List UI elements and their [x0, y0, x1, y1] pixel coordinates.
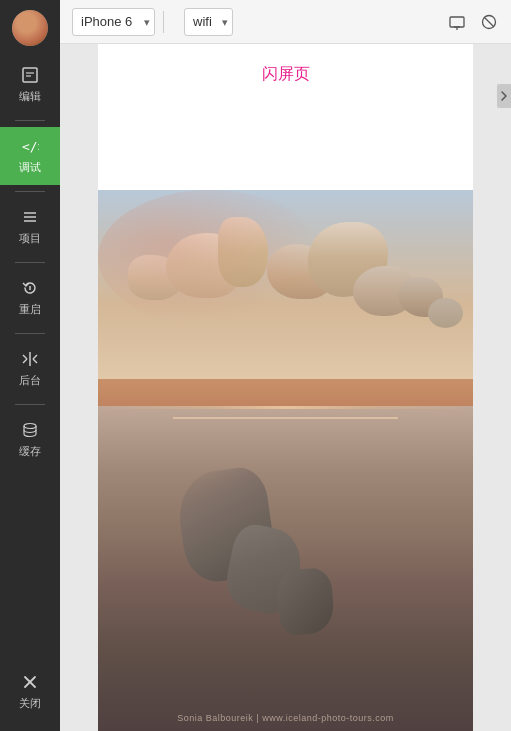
network-select[interactable]: wifi 4G 3G	[184, 8, 233, 36]
photo-scene: Sonia Balboureik | www.iceland-photo-tou…	[98, 190, 473, 731]
reflection-shimmer	[173, 417, 398, 419]
sidebar-item-backend[interactable]: 后台	[0, 340, 60, 398]
sidebar-item-close[interactable]: 关闭	[0, 663, 60, 721]
svg-line-9	[23, 355, 27, 359]
network-select-wrap[interactable]: wifi 4G 3G	[172, 8, 233, 36]
debug-icon: </>	[21, 137, 39, 158]
svg-rect-0	[23, 68, 37, 82]
phone-white-space	[98, 100, 473, 190]
sidebar-item-cache[interactable]: 缓存	[0, 411, 60, 469]
svg-line-10	[23, 359, 27, 363]
svg-point-13	[24, 424, 36, 429]
sidebar-item-close-label: 关闭	[19, 696, 41, 711]
sidebar-item-restart-label: 重启	[19, 302, 41, 317]
device-select-wrap[interactable]: iPhone 6 iPhone 7 iPhone 8 iPhone X	[60, 8, 155, 36]
topbar-icons	[443, 8, 511, 36]
sidebar-item-debug-label: 调试	[19, 160, 41, 175]
cloud-mist	[98, 190, 323, 325]
sidebar-item-edit[interactable]: 编辑	[0, 56, 60, 114]
topbar-divider-1	[163, 11, 164, 33]
sidebar: 编辑 </> 调试 项目	[0, 0, 60, 731]
close-icon	[21, 673, 39, 694]
cache-icon	[21, 421, 39, 442]
sidebar-item-edit-label: 编辑	[19, 89, 41, 104]
divider-4	[15, 333, 45, 334]
divider-3	[15, 262, 45, 263]
project-icon	[21, 208, 39, 229]
svg-line-20	[484, 17, 494, 27]
content-area: 闪屏页	[60, 44, 511, 731]
svg-line-12	[33, 359, 37, 363]
divider-1	[15, 120, 45, 121]
svg-line-11	[33, 355, 37, 359]
restart-icon	[21, 279, 39, 300]
backend-icon	[21, 350, 39, 371]
sidebar-item-project[interactable]: 项目	[0, 198, 60, 256]
sidebar-item-restart[interactable]: 重启	[0, 269, 60, 327]
main-area: iPhone 6 iPhone 7 iPhone 8 iPhone X wifi…	[60, 0, 511, 731]
divider-2	[15, 191, 45, 192]
divider-5	[15, 404, 45, 405]
phone-image: Sonia Balboureik | www.iceland-photo-tou…	[98, 190, 473, 731]
edit-icon	[21, 66, 39, 87]
svg-rect-16	[450, 17, 464, 27]
screen-icon-btn[interactable]	[443, 8, 471, 36]
sidebar-item-debug[interactable]: </> 调试	[0, 127, 60, 185]
bg-rock-8	[428, 298, 463, 328]
water-shimmer	[98, 406, 473, 409]
topbar: iPhone 6 iPhone 7 iPhone 8 iPhone X wifi…	[60, 0, 511, 44]
svg-text:</>: </>	[22, 139, 39, 154]
device-select[interactable]: iPhone 6 iPhone 7 iPhone 8 iPhone X	[72, 8, 155, 36]
avatar[interactable]	[12, 10, 48, 46]
page-title: 闪屏页	[98, 44, 473, 100]
phone-frame: 闪屏页	[98, 44, 473, 731]
collapse-arrow[interactable]	[497, 84, 511, 108]
sidebar-item-project-label: 项目	[19, 231, 41, 246]
sidebar-item-cache-label: 缓存	[19, 444, 41, 459]
no-signal-icon-btn[interactable]	[475, 8, 503, 36]
sidebar-item-backend-label: 后台	[19, 373, 41, 388]
watermark: Sonia Balboureik | www.iceland-photo-tou…	[98, 713, 473, 723]
